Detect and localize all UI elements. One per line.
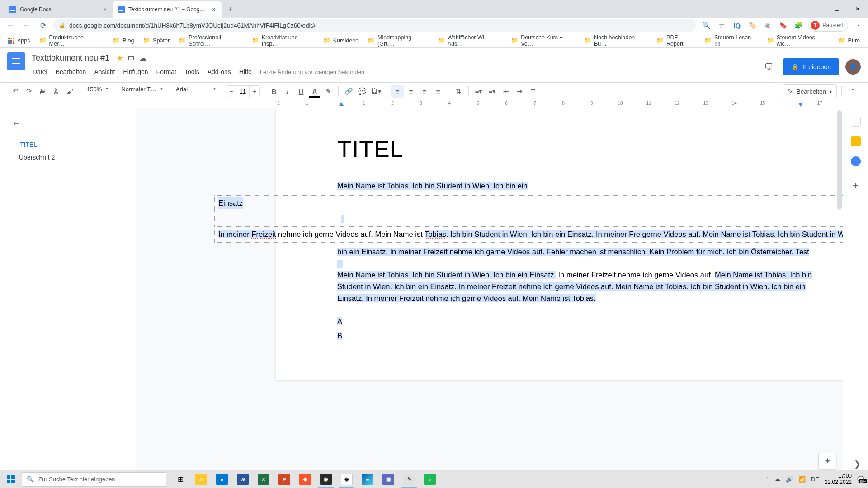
bold-button[interactable]: B <box>268 85 280 98</box>
spelling-error[interactable]: Tobias <box>425 230 446 238</box>
taskbar-app-edge-legacy[interactable]: e <box>212 470 232 488</box>
font-size-stepper[interactable]: − 11 + <box>226 85 260 97</box>
window-minimize-button[interactable]: ─ <box>806 0 826 18</box>
table[interactable]: Einsatz . In meiner Freizeit nehme ich g… <box>214 195 843 243</box>
bookmark-item[interactable]: 📁Mindmapping (Gru… <box>364 35 432 47</box>
menu-addons[interactable]: Add-ons <box>204 66 235 77</box>
bookmark-item[interactable]: 📁Noch hochladen Bu… <box>580 35 651 47</box>
document-title[interactable]: Textdokument neu #1 <box>29 52 112 64</box>
explore-button[interactable]: ✦ <box>818 452 836 470</box>
onedrive-icon[interactable]: ☁ <box>774 476 780 483</box>
profile-button[interactable]: T Pausiert <box>808 19 848 32</box>
collapse-toolbar-button[interactable]: ⌃ <box>846 85 859 98</box>
calendar-app-icon[interactable] <box>851 117 861 127</box>
align-right-button[interactable]: ≡ <box>418 85 431 98</box>
menu-hilfe[interactable]: Hilfe <box>236 66 255 77</box>
zoom-select[interactable]: 150% <box>84 85 110 97</box>
extensions-menu-icon[interactable]: 🧩 <box>793 20 804 31</box>
language-indicator[interactable]: DE <box>811 476 819 483</box>
align-left-button[interactable]: ≡ <box>391 85 404 98</box>
browser-tab[interactable]: Google Docs × <box>5 1 113 18</box>
paragraph[interactable] <box>337 307 818 313</box>
tray-chevron-icon[interactable]: ˄ <box>766 476 769 483</box>
move-icon[interactable]: 🗀 <box>127 54 135 62</box>
taskbar-search[interactable]: 🔍 Zur Suche Text hier eingeben <box>22 472 166 487</box>
scrollbar-thumb[interactable] <box>837 110 842 210</box>
taskbar-app-notepad[interactable]: ✎ <box>399 470 420 488</box>
taskbar-app-spotify[interactable]: ♪ <box>420 470 440 488</box>
menu-ansicht[interactable]: Ansicht <box>90 66 118 77</box>
extension-icon[interactable]: 🔖 <box>778 20 788 31</box>
spellcheck-button[interactable]: Ă <box>50 85 62 98</box>
document-canvas[interactable]: TITEL Mein Name ist Tobias. Ich bin Stud… <box>136 108 843 474</box>
paragraph[interactable]: Mein Name ist Tobias. Ich bin Student in… <box>337 180 818 192</box>
bookmark-item[interactable]: 📁Deutsche Kurs + Vo… <box>507 35 579 47</box>
taskbar-app-word[interactable]: W <box>232 470 253 488</box>
window-maximize-button[interactable]: ☐ <box>826 0 847 18</box>
apps-button[interactable]: Apps <box>5 38 34 44</box>
horizontal-ruler[interactable]: 2112345678910111213141517 <box>0 100 868 108</box>
table-row[interactable]: In meiner Freizeit nehme ich gerne Video… <box>214 227 843 243</box>
start-button[interactable] <box>0 470 22 488</box>
table-row[interactable]: Einsatz <box>214 195 843 211</box>
forward-button[interactable]: → <box>21 19 33 31</box>
close-icon[interactable]: × <box>101 6 108 13</box>
notifications-button[interactable]: 💬99+ <box>857 476 864 483</box>
undo-button[interactable]: ↶ <box>9 85 22 98</box>
paragraph[interactable]: bin ein Einsatz. In meiner Freizeit nehm… <box>337 246 818 258</box>
clear-formatting-button[interactable]: T <box>527 85 539 98</box>
paragraph[interactable]: Mein Name ist Tobias. Ich bin Student in… <box>337 269 818 304</box>
bookmark-item[interactable]: 📁Professionell Schrei… <box>175 35 246 47</box>
last-edit-link[interactable]: Letzte Änderung vor wenigen Sekunden <box>260 69 364 75</box>
close-icon[interactable]: × <box>210 6 217 13</box>
taskbar-app-powerpoint[interactable]: P <box>274 470 295 488</box>
taskbar-app-generic[interactable]: ▦ <box>378 470 399 488</box>
insert-link-button[interactable]: 🔗 <box>342 85 355 98</box>
bookmark-item[interactable]: 📁Kreativität und Insp… <box>248 35 318 47</box>
vertical-scrollbar[interactable] <box>836 108 842 474</box>
text-color-button[interactable]: A <box>308 85 321 98</box>
new-tab-button[interactable]: + <box>224 4 237 16</box>
menu-datei[interactable]: Datei <box>29 66 51 77</box>
indent-marker-right-icon[interactable] <box>798 103 803 107</box>
bookmark-item[interactable]: 📁PDF Report <box>653 35 699 47</box>
menu-format[interactable]: Format <box>153 66 180 77</box>
taskbar-app-obs[interactable]: ◉ <box>316 470 336 488</box>
url-field[interactable]: 🔒 docs.google.com/document/d/1hUH8k6h7Lb… <box>53 19 696 32</box>
style-select[interactable]: Normaler T… <box>118 85 165 97</box>
browser-tab-active[interactable]: Textdokument neu #1 – Google Docs × <box>113 1 222 18</box>
bookmark-item[interactable]: 📁Später <box>139 35 173 47</box>
underline-button[interactable]: U <box>295 85 307 98</box>
bookmark-item[interactable]: 📁Produktsuche – Mer… <box>36 35 108 47</box>
reload-button[interactable]: ⟳ <box>37 19 49 31</box>
tasks-app-icon[interactable] <box>851 156 861 166</box>
outline-back-button[interactable]: ← <box>9 116 24 130</box>
menu-tools[interactable]: Tools <box>181 66 203 77</box>
menu-einfuegen[interactable]: Einfügen <box>119 66 151 77</box>
extension-icon[interactable]: 🏷️ <box>747 20 758 31</box>
keep-app-icon[interactable] <box>851 136 861 146</box>
comments-button[interactable]: 🗨 <box>760 59 777 75</box>
italic-button[interactable]: I <box>281 85 294 98</box>
window-close-button[interactable]: ✕ <box>847 0 868 18</box>
task-view-button[interactable]: ⊞ <box>170 470 191 488</box>
paragraph[interactable]: B <box>337 330 818 342</box>
decrease-indent-button[interactable]: ⇤ <box>500 85 512 98</box>
bookmark-item[interactable]: 📁Büro <box>835 35 863 47</box>
print-button[interactable]: 🖶 <box>36 85 49 98</box>
spelling-error[interactable]: Freizeit <box>251 230 276 238</box>
chrome-menu-icon[interactable]: ⋮ <box>853 20 863 31</box>
bookmark-item[interactable]: 📁Kursideen <box>320 35 362 47</box>
taskbar-app-chrome[interactable]: ◉ <box>336 470 357 488</box>
indent-marker-left-icon[interactable] <box>339 102 344 106</box>
network-icon[interactable]: 📶 <box>798 476 806 483</box>
outline-item-title[interactable]: — TITEL <box>9 138 136 151</box>
star-icon[interactable]: ★ <box>117 54 123 62</box>
bookmark-item[interactable]: 📁Wahlfächer WU Aus… <box>434 35 505 47</box>
font-size-value[interactable]: 11 <box>236 86 250 97</box>
increase-font-button[interactable]: + <box>250 88 259 95</box>
align-justify-button[interactable]: ≡ <box>432 85 444 98</box>
line-spacing-button[interactable]: ⇅ <box>452 85 465 98</box>
paragraph[interactable]: A <box>337 316 818 328</box>
insert-image-button[interactable]: 🖼▾ <box>369 85 383 98</box>
